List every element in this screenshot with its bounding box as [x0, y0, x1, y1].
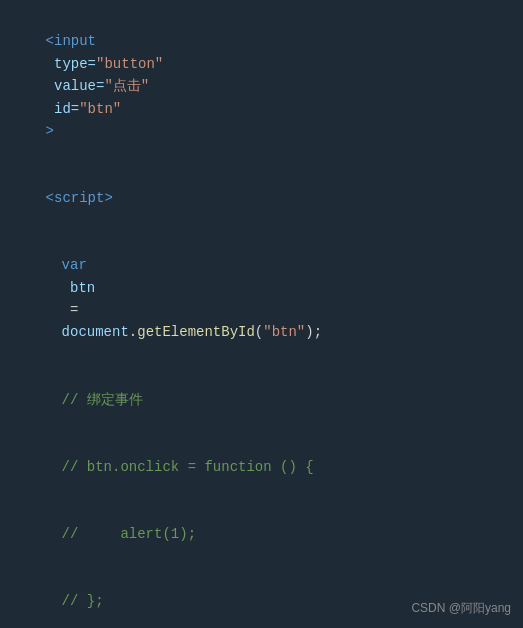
- code-line-5: // btn.onclick = function () {: [12, 433, 511, 500]
- watermark: CSDN @阿阳yang: [411, 599, 511, 618]
- code-line-4: // 绑定事件: [12, 366, 511, 433]
- code-editor: <input type="button" value="点击" id="btn"…: [0, 0, 523, 628]
- code-line-3: var btn = document.getElementById("btn")…: [12, 232, 511, 366]
- code-line-1: <input type="button" value="点击" id="btn"…: [12, 8, 511, 165]
- code-line-6: // alert(1);: [12, 501, 511, 568]
- code-line-2: <script>: [12, 165, 511, 232]
